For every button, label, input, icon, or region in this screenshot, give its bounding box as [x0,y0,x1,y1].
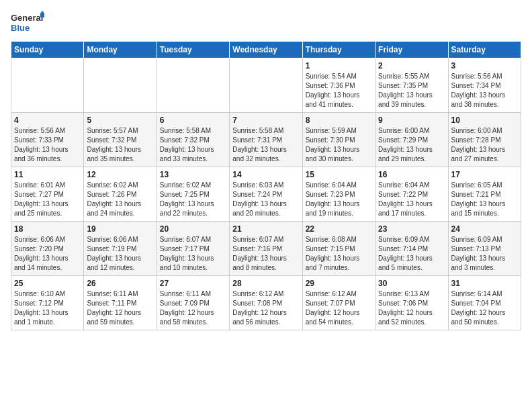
calendar-cell: 26Sunrise: 6:11 AMSunset: 7:11 PMDayligh… [84,276,157,330]
day-info: Sunrise: 6:11 AMSunset: 7:09 PMDaylight:… [160,289,226,327]
day-number: 15 [306,170,372,179]
calendar-cell: 9Sunrise: 6:00 AMSunset: 7:29 PMDaylight… [375,113,448,167]
day-info: Sunrise: 6:09 AMSunset: 7:13 PMDaylight:… [451,235,518,273]
day-number: 19 [87,224,153,234]
day-info: Sunrise: 6:03 AMSunset: 7:24 PMDaylight:… [232,181,299,218]
day-info: Sunrise: 6:01 AMSunset: 7:27 PMDaylight:… [14,181,81,218]
header-monday: Monday [84,42,157,58]
day-info: Sunrise: 6:11 AMSunset: 7:11 PMDaylight:… [87,289,153,327]
day-info: Sunrise: 5:56 AMSunset: 7:33 PMDaylight:… [14,126,81,164]
calendar-cell: 14Sunrise: 6:03 AMSunset: 7:24 PMDayligh… [230,167,302,222]
day-info: Sunrise: 6:00 AMSunset: 7:28 PMDaylight:… [451,126,518,164]
day-info: Sunrise: 6:07 AMSunset: 7:17 PMDaylight:… [160,235,226,273]
logo-svg: General Blue [11,11,44,34]
day-info: Sunrise: 6:13 AMSunset: 7:06 PMDaylight:… [378,289,445,327]
header-sunday: Sunday [11,42,84,58]
day-info: Sunrise: 5:55 AMSunset: 7:35 PMDaylight:… [378,72,445,109]
day-number: 17 [451,170,518,179]
day-number: 22 [306,224,372,234]
day-info: Sunrise: 6:12 AMSunset: 7:08 PMDaylight:… [232,289,299,327]
calendar-cell: 31Sunrise: 6:14 AMSunset: 7:04 PMDayligh… [448,276,521,330]
day-info: Sunrise: 5:56 AMSunset: 7:34 PMDaylight:… [451,72,518,109]
calendar-week-row: 18Sunrise: 6:06 AMSunset: 7:20 PMDayligh… [11,222,521,276]
day-info: Sunrise: 5:57 AMSunset: 7:32 PMDaylight:… [87,126,153,164]
day-info: Sunrise: 6:06 AMSunset: 7:20 PMDaylight:… [14,235,81,273]
day-number: 28 [232,279,299,288]
calendar-cell: 12Sunrise: 6:02 AMSunset: 7:26 PMDayligh… [84,167,157,222]
day-number: 8 [306,116,372,125]
calendar-cell: 11Sunrise: 6:01 AMSunset: 7:27 PMDayligh… [11,167,84,222]
day-info: Sunrise: 6:09 AMSunset: 7:14 PMDaylight:… [378,235,445,273]
day-number: 31 [451,279,518,288]
day-number: 6 [160,116,226,125]
day-number: 7 [232,116,299,125]
day-number: 18 [14,224,81,234]
day-info: Sunrise: 5:54 AMSunset: 7:36 PMDaylight:… [306,72,372,109]
day-number: 13 [160,170,226,179]
day-number: 25 [14,279,81,288]
day-info: Sunrise: 6:04 AMSunset: 7:23 PMDaylight:… [306,181,372,218]
calendar-week-row: 1Sunrise: 5:54 AMSunset: 7:36 PMDaylight… [11,58,521,113]
calendar-cell: 13Sunrise: 6:02 AMSunset: 7:25 PMDayligh… [157,167,229,222]
day-number: 21 [232,224,299,234]
header-tuesday: Tuesday [157,42,229,58]
day-number: 2 [378,61,445,71]
page-header: General Blue [11,11,521,34]
day-number: 27 [160,279,226,288]
calendar-cell: 6Sunrise: 5:58 AMSunset: 7:32 PMDaylight… [157,113,229,167]
day-number: 23 [378,224,445,234]
header-saturday: Saturday [448,42,521,58]
day-info: Sunrise: 5:58 AMSunset: 7:32 PMDaylight:… [160,126,226,164]
calendar-cell: 10Sunrise: 6:00 AMSunset: 7:28 PMDayligh… [448,113,521,167]
calendar-cell: 17Sunrise: 6:05 AMSunset: 7:21 PMDayligh… [448,167,521,222]
day-info: Sunrise: 6:12 AMSunset: 7:07 PMDaylight:… [306,289,372,327]
calendar-week-row: 4Sunrise: 5:56 AMSunset: 7:33 PMDaylight… [11,113,521,167]
day-number: 14 [232,170,299,179]
day-info: Sunrise: 6:10 AMSunset: 7:12 PMDaylight:… [14,289,81,327]
header-thursday: Thursday [302,42,375,58]
calendar-cell [11,58,84,113]
calendar-cell: 16Sunrise: 6:04 AMSunset: 7:22 PMDayligh… [375,167,448,222]
day-info: Sunrise: 5:58 AMSunset: 7:31 PMDaylight:… [232,126,299,164]
day-number: 4 [14,116,81,125]
calendar-cell: 5Sunrise: 5:57 AMSunset: 7:32 PMDaylight… [84,113,157,167]
svg-text:General: General [11,13,43,23]
calendar-cell [84,58,157,113]
calendar-table: SundayMondayTuesdayWednesdayThursdayFrid… [11,41,521,330]
calendar-cell: 4Sunrise: 5:56 AMSunset: 7:33 PMDaylight… [11,113,84,167]
calendar-cell: 2Sunrise: 5:55 AMSunset: 7:35 PMDaylight… [375,58,448,113]
calendar-cell: 22Sunrise: 6:08 AMSunset: 7:15 PMDayligh… [302,222,375,276]
day-number: 24 [451,224,518,234]
calendar-cell: 18Sunrise: 6:06 AMSunset: 7:20 PMDayligh… [11,222,84,276]
day-info: Sunrise: 6:00 AMSunset: 7:29 PMDaylight:… [378,126,445,164]
day-number: 5 [87,116,153,125]
calendar-cell: 25Sunrise: 6:10 AMSunset: 7:12 PMDayligh… [11,276,84,330]
calendar-cell: 30Sunrise: 6:13 AMSunset: 7:06 PMDayligh… [375,276,448,330]
day-info: Sunrise: 5:59 AMSunset: 7:30 PMDaylight:… [306,126,372,164]
logo: General Blue [11,11,44,34]
day-info: Sunrise: 6:14 AMSunset: 7:04 PMDaylight:… [451,289,518,327]
header-friday: Friday [375,42,448,58]
calendar-cell: 21Sunrise: 6:07 AMSunset: 7:16 PMDayligh… [230,222,302,276]
day-number: 11 [14,170,81,179]
calendar-cell: 8Sunrise: 5:59 AMSunset: 7:30 PMDaylight… [302,113,375,167]
day-number: 12 [87,170,153,179]
calendar-cell: 3Sunrise: 5:56 AMSunset: 7:34 PMDaylight… [448,58,521,113]
day-info: Sunrise: 6:05 AMSunset: 7:21 PMDaylight:… [451,181,518,218]
day-info: Sunrise: 6:06 AMSunset: 7:19 PMDaylight:… [87,235,153,273]
day-info: Sunrise: 6:07 AMSunset: 7:16 PMDaylight:… [232,235,299,273]
calendar-cell: 1Sunrise: 5:54 AMSunset: 7:36 PMDaylight… [302,58,375,113]
calendar-cell: 20Sunrise: 6:07 AMSunset: 7:17 PMDayligh… [157,222,229,276]
svg-text:Blue: Blue [11,23,30,33]
day-info: Sunrise: 6:02 AMSunset: 7:26 PMDaylight:… [87,181,153,218]
calendar-cell: 7Sunrise: 5:58 AMSunset: 7:31 PMDaylight… [230,113,302,167]
day-number: 20 [160,224,226,234]
calendar-cell: 28Sunrise: 6:12 AMSunset: 7:08 PMDayligh… [230,276,302,330]
day-number: 29 [306,279,372,288]
day-number: 30 [378,279,445,288]
svg-rect-3 [40,13,44,17]
day-info: Sunrise: 6:02 AMSunset: 7:25 PMDaylight:… [160,181,226,218]
day-number: 16 [378,170,445,179]
calendar-cell: 27Sunrise: 6:11 AMSunset: 7:09 PMDayligh… [157,276,229,330]
day-number: 1 [306,61,372,71]
